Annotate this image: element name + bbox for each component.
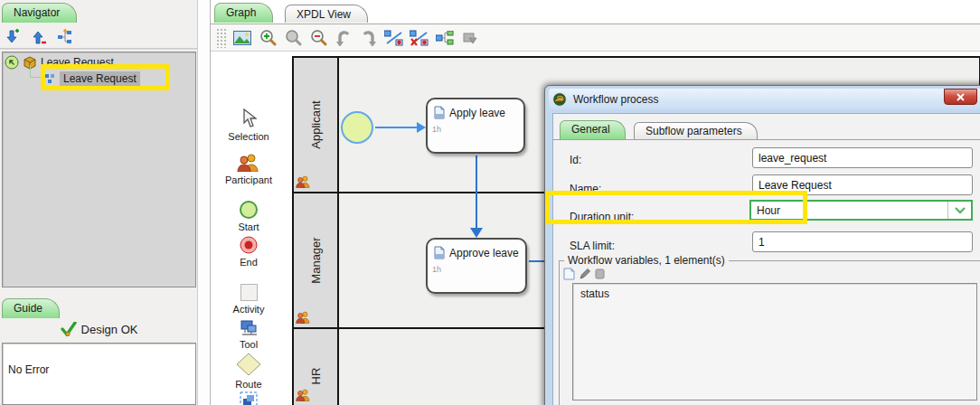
edit-variable-icon[interactable] bbox=[579, 268, 590, 280]
palette-start[interactable]: Start bbox=[211, 201, 287, 232]
zoom-in-button[interactable] bbox=[258, 28, 278, 48]
transition-edge[interactable] bbox=[375, 127, 419, 128]
guide-status-text: Design OK bbox=[81, 323, 138, 336]
tab-xpdl-label: XPDL View bbox=[297, 8, 351, 21]
sla-limit-field[interactable] bbox=[752, 231, 973, 252]
zoom-reset-icon bbox=[285, 29, 302, 46]
palette-label: End bbox=[211, 257, 287, 268]
field-label-name: Name: bbox=[570, 183, 601, 195]
guide-status: Design OK bbox=[0, 322, 198, 339]
navigator-toolbar bbox=[4, 28, 74, 46]
tool-palette: Selection Participant Start End bbox=[211, 52, 287, 405]
participant-icon bbox=[296, 175, 311, 191]
export-package-button[interactable] bbox=[460, 28, 480, 48]
package-gray-icon bbox=[462, 30, 478, 46]
undo-button[interactable] bbox=[334, 28, 353, 48]
palette-end[interactable]: End bbox=[211, 236, 287, 268]
participant-icon bbox=[296, 311, 311, 326]
connect-icon bbox=[384, 29, 404, 47]
layout-hierarchy-icon bbox=[436, 31, 454, 45]
tab-navigator[interactable]: Navigator bbox=[2, 3, 77, 23]
activity-node-apply-leave[interactable]: Apply leave 1h bbox=[426, 98, 525, 154]
lane-header[interactable]: Applicant bbox=[294, 58, 339, 192]
new-variable-icon[interactable] bbox=[563, 268, 575, 280]
disconnect-elements-button[interactable] bbox=[410, 28, 429, 48]
zoom-out-button[interactable] bbox=[308, 28, 328, 48]
tool-icon bbox=[239, 320, 259, 336]
workflow-variables-group: Workflow variables, 1 element(s) status bbox=[559, 260, 980, 405]
id-field[interactable] bbox=[752, 147, 973, 168]
palette-route[interactable]: Route bbox=[211, 353, 287, 390]
tab-graph[interactable]: Graph bbox=[214, 3, 273, 23]
close-icon bbox=[956, 93, 965, 101]
workflow-process-dialog: Workflow process General Subflow paramet… bbox=[544, 85, 980, 405]
lane-header[interactable]: HR bbox=[294, 329, 339, 405]
connect-elements-button[interactable] bbox=[384, 28, 404, 48]
field-label-id: Id: bbox=[570, 154, 581, 166]
tab-general[interactable]: General bbox=[560, 120, 626, 139]
left-panel: Navigator bbox=[0, 0, 198, 405]
duration-unit-value: Hour bbox=[757, 204, 780, 217]
lane-label: HR bbox=[309, 368, 323, 385]
zoom-out-icon bbox=[310, 29, 327, 46]
dialog-content: General Subflow parameters Id: Name: Dur… bbox=[552, 113, 980, 405]
start-event-icon bbox=[240, 201, 258, 219]
palette-label: Selection bbox=[211, 131, 287, 142]
tab-general-label: General bbox=[571, 123, 610, 136]
close-button[interactable] bbox=[944, 89, 977, 105]
duration-unit-select[interactable]: Hour bbox=[749, 200, 973, 221]
palette-activity[interactable]: Activity bbox=[211, 284, 287, 315]
group-title: Workflow variables, 1 element(s) bbox=[564, 254, 729, 267]
palette-tool[interactable]: Tool bbox=[211, 320, 287, 350]
toolbar-grip[interactable] bbox=[216, 28, 227, 48]
activity-node-approve-leave[interactable]: Approve leave 1h bbox=[426, 238, 527, 294]
combo-arrow-zone[interactable] bbox=[947, 202, 971, 219]
save-image-button[interactable] bbox=[232, 28, 252, 48]
transition-edge[interactable] bbox=[476, 155, 477, 230]
tab-xpdl-view[interactable]: XPDL View bbox=[285, 5, 368, 23]
palette-label: Route bbox=[211, 379, 287, 390]
name-field[interactable] bbox=[752, 174, 973, 195]
palette-participant[interactable]: Participant bbox=[211, 154, 287, 185]
tree-node-process[interactable]: Leave Request bbox=[44, 71, 140, 86]
lane-header[interactable]: Manager bbox=[294, 193, 339, 327]
check-icon bbox=[61, 322, 77, 336]
zoom-in-icon bbox=[259, 29, 277, 46]
zoom-reset-button[interactable] bbox=[283, 28, 303, 48]
layout-tree-button[interactable] bbox=[435, 28, 455, 48]
tab-subflow-label: Subflow parameters bbox=[645, 125, 742, 137]
tree-node-package[interactable]: Leave Request bbox=[5, 55, 114, 70]
tree-root-label: Leave Request bbox=[41, 56, 114, 69]
palette-label: Tool bbox=[211, 339, 287, 350]
redo-button[interactable] bbox=[359, 28, 379, 48]
activity-icon bbox=[240, 284, 258, 301]
image-icon bbox=[233, 31, 251, 45]
tab-subflow-parameters[interactable]: Subflow parameters bbox=[634, 122, 758, 139]
start-event-node[interactable] bbox=[341, 111, 373, 144]
tab-graph-label: Graph bbox=[226, 6, 256, 19]
field-label-duration-unit: Duration unit: bbox=[570, 211, 634, 223]
variable-item[interactable]: status bbox=[573, 284, 976, 300]
tree-view-button[interactable] bbox=[56, 28, 74, 46]
process-node-icon bbox=[44, 73, 56, 85]
activity-label: Approve leave bbox=[449, 247, 519, 259]
palette-label: Activity bbox=[211, 304, 287, 315]
delete-variable-icon[interactable] bbox=[594, 268, 606, 280]
variables-list[interactable]: status bbox=[572, 283, 977, 400]
participant-icon bbox=[296, 389, 311, 404]
divider bbox=[553, 139, 980, 140]
remove-package-button[interactable] bbox=[30, 28, 48, 46]
palette-selection[interactable]: Selection bbox=[211, 108, 287, 142]
insert-package-button[interactable] bbox=[4, 28, 22, 46]
dialog-titlebar[interactable]: Workflow process bbox=[549, 89, 980, 109]
variables-toolbar bbox=[563, 268, 606, 280]
tab-guide[interactable]: Guide bbox=[2, 298, 60, 318]
dialog-title: Workflow process bbox=[573, 93, 658, 106]
arrow-up-minus-icon bbox=[31, 29, 47, 45]
palette-subflow[interactable]: SubFlow bbox=[211, 391, 287, 405]
arrow-down-plus-icon bbox=[5, 29, 21, 45]
tab-guide-label: Guide bbox=[14, 302, 42, 315]
route-icon bbox=[236, 353, 261, 376]
navigator-tree: Leave Request Leave Request bbox=[2, 52, 196, 287]
app-logo-icon bbox=[552, 92, 567, 107]
